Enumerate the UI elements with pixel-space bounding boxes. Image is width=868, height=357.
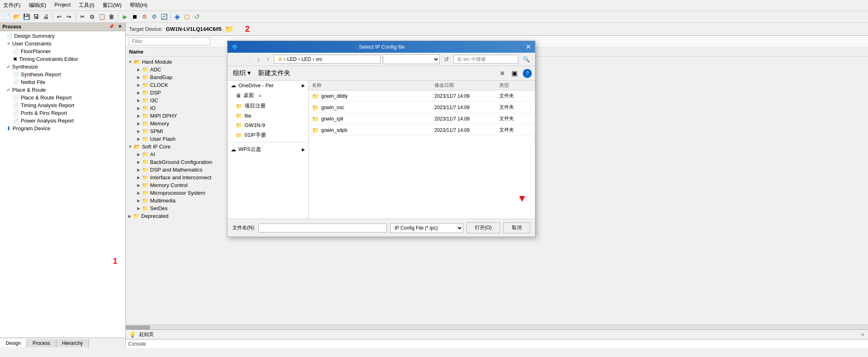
file-row-2[interactable]: 📁 gowin_rpll 2023/11/7 14:09 文件夹 [309, 113, 535, 125]
nav-file[interactable]: 📁 file [228, 111, 308, 120]
tb-stop[interactable]: ⏹ [130, 12, 139, 21]
tb-ip[interactable]: ⬡ [183, 12, 191, 21]
tb-route[interactable]: ⚙ [150, 12, 159, 21]
help-btn[interactable]: ? [523, 69, 532, 78]
view-list-btn[interactable]: ≡ [498, 69, 506, 78]
nav-back-btn[interactable]: ← [231, 55, 241, 64]
filetype-select[interactable]: IP Config File (*.ipc) [390, 223, 463, 233]
tb-undo[interactable]: ↩ [55, 12, 64, 21]
tree-item-floorplanner[interactable]: 📄 FloorPlanner [0, 47, 125, 55]
expand-memory-icon: ▶ [137, 121, 140, 126]
nav-01ip[interactable]: 📁 01IP手册 [228, 130, 308, 140]
onedrive-label: OneDrive - Per [238, 82, 274, 88]
menu-tools[interactable]: 工具(I) [77, 1, 96, 10]
tb-print[interactable]: 🖨 [41, 12, 50, 21]
nav-up-btn[interactable]: ↑ [264, 55, 271, 64]
menu-project[interactable]: Project [53, 1, 72, 10]
tree-item-user-constraints[interactable]: ▼ User Constraints [0, 40, 125, 47]
tree-item-design-summary[interactable]: 📄 Design Summary [0, 32, 125, 40]
io-folder-icon: 📁 [142, 105, 148, 111]
tree-item-program-device[interactable]: ⬇ Program Device [0, 125, 125, 132]
file-row-1[interactable]: 📁 gowin_osc 2023/11/7 14:09 文件夹 [309, 102, 535, 113]
tb-save-all[interactable]: 🖫 [32, 12, 41, 21]
bc-sep2: › [298, 56, 300, 62]
tb-open[interactable]: 📂 [12, 12, 21, 21]
file-date-0: 2023/11/7 14:09 [434, 93, 499, 99]
i3c-label: I3C [150, 97, 158, 103]
filter-input[interactable] [129, 37, 210, 45]
tab-design[interactable]: Design [0, 339, 27, 347]
tree-item-power-analysis[interactable]: 📄 Power Analysis Report [0, 117, 125, 125]
open-btn[interactable]: 打开(O) [466, 222, 500, 233]
folder-icon-0: 📁 [312, 93, 319, 99]
expand-onedrive-icon: ▶ [302, 83, 305, 88]
tree-item-timing-constraints[interactable]: ✖ Timing Constraints Editor [0, 55, 125, 63]
h-scrollbar[interactable] [126, 325, 868, 329]
nav-refresh-btn[interactable]: ↺ [442, 55, 451, 64]
tree-item-timing-analysis[interactable]: 📄 Timing Analysis Report [0, 101, 125, 109]
filename-input[interactable] [258, 224, 387, 232]
tree-item-ports-pins[interactable]: 📄 Ports & Pins Report [0, 109, 125, 117]
panel-pin-btn[interactable]: 📌 [107, 24, 116, 30]
nav-onedrive[interactable]: ☁ OneDrive - Per ▶ [228, 81, 308, 90]
menu-help[interactable]: 帮助(H) [128, 1, 149, 10]
tb-synthesize[interactable]: ⚙ [140, 12, 149, 21]
organize-btn[interactable]: 组织 ▾ [231, 68, 253, 79]
nav-wps[interactable]: ☁ WPS云盘 ▶ [228, 144, 308, 155]
search-input[interactable] [453, 55, 518, 64]
tb-new[interactable]: 📄 [2, 12, 11, 21]
tb-3d[interactable]: ◈ [173, 12, 182, 21]
tree-item-synthesize[interactable]: ✔ Synthesize [0, 63, 125, 71]
cancel-btn[interactable]: 取消 [503, 222, 530, 233]
memory-folder-icon: 📁 [142, 120, 148, 127]
i3c-folder-icon: 📁 [142, 97, 148, 103]
desktop-icon: 🖥 [236, 92, 241, 99]
nav-gw1n9[interactable]: 📁 GW1N-9 [228, 120, 308, 130]
expand-hard-module-icon: ▼ [128, 60, 132, 64]
tb-copy[interactable]: ⧉ [88, 12, 97, 21]
status-close-btn[interactable]: ✕ [861, 332, 865, 338]
mipi-label: MIPI DPHY [150, 113, 177, 119]
doc-icon-pp: 📄 [13, 110, 19, 116]
expand-dsp-icon: ▶ [137, 90, 140, 95]
tb-paste[interactable]: 📋 [97, 12, 106, 21]
menu-window[interactable]: 窗口(W) [101, 1, 123, 10]
search-btn[interactable]: 🔍 [521, 55, 532, 64]
tb-delete[interactable]: 🗑 [107, 12, 116, 21]
expand-interface-icon: ▶ [137, 175, 140, 180]
dialog-close-btn[interactable]: ✕ [526, 43, 531, 51]
target-folder-btn[interactable]: 📁 [225, 25, 234, 34]
menu-file[interactable]: 文件(F) [2, 1, 22, 10]
nav-desktop[interactable]: 🖥 桌面 ◀ [228, 90, 308, 101]
file-row-0[interactable]: 📁 gowin_dlldly 2023/11/7 14:09 文件夹 [309, 90, 535, 102]
tb-sim[interactable]: ↺ [192, 12, 201, 21]
breadcrumb[interactable]: 🖥 › LED › LED › src [274, 55, 380, 64]
tree-item-place-route[interactable]: ✔ Place & Route [0, 86, 125, 94]
nav-down-btn[interactable]: ↓ [255, 55, 262, 64]
file-row-3[interactable]: 📁 gowin_sdpb 2023/11/7 14:09 文件夹 [309, 125, 535, 136]
folder-icon-3: 📁 [312, 127, 319, 133]
tb-save[interactable]: 💾 [22, 12, 31, 21]
new-folder-btn[interactable]: 新建文件夹 [256, 68, 292, 79]
wps-icon: ☁ [231, 146, 236, 153]
menu-edit[interactable]: 编辑(E) [27, 1, 48, 10]
view-grid-btn[interactable]: ▣ [509, 68, 520, 78]
panel-close-btn[interactable]: ✕ [117, 24, 123, 30]
tb-refresh[interactable]: 🔄 [159, 12, 168, 21]
tab-hierarchy[interactable]: Hierarchy [56, 339, 89, 347]
expand-deprecated-icon: ▶ [128, 214, 131, 218]
interface-label: Interface and Interconnect [150, 174, 211, 181]
nav-forward-btn[interactable]: → [243, 55, 253, 64]
expand-spmi-icon: ▶ [137, 129, 140, 133]
tb-cut[interactable]: ✂ [78, 12, 87, 21]
tree-item-netlist[interactable]: 📄 Netlist File [0, 78, 125, 86]
tb-redo[interactable]: ↪ [64, 12, 73, 21]
nav-proj-register[interactable]: 📁 项目注册 [228, 101, 308, 111]
expand-mipi-icon: ▶ [137, 114, 140, 118]
tree-item-synthesis-report[interactable]: 📄 Synthesis Report [0, 71, 125, 78]
h-scroll-thumb[interactable] [126, 325, 150, 329]
tab-process[interactable]: Process [27, 339, 56, 347]
tree-item-pr-report[interactable]: 📄 Place & Route Report [0, 94, 125, 101]
tb-run[interactable]: ▶ [120, 12, 129, 21]
location-dropdown[interactable] [383, 54, 440, 64]
